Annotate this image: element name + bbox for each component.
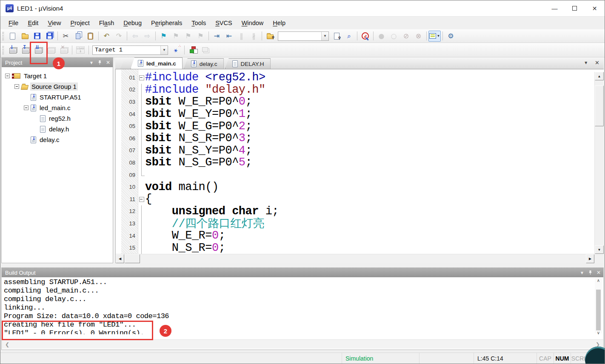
paste-button[interactable] [84, 31, 97, 42]
chevron-down-icon[interactable]: ▼ [160, 46, 168, 54]
scroll-down-button[interactable]: ▼ [595, 245, 604, 254]
menu-file[interactable]: File [4, 18, 23, 28]
previous-bookmark-button[interactable]: ⚑ [170, 31, 182, 42]
scroll-thumb[interactable] [125, 254, 140, 263]
tree-item-delay-h[interactable]: delay.h [2, 124, 113, 134]
output-vertical-scrollbar[interactable]: ∧ ∨ [595, 278, 602, 333]
chevron-down-icon[interactable]: ▼ [89, 60, 94, 65]
menu-edit[interactable]: Edit [23, 18, 43, 28]
toolbar-grip[interactable] [3, 32, 4, 40]
save-button[interactable] [31, 31, 43, 42]
code-line[interactable]: 02#include "delay.h" [121, 84, 594, 96]
scroll-down-button[interactable]: ∨ [597, 330, 600, 335]
fold-marker[interactable] [138, 193, 145, 205]
uncomment-selection-button[interactable]: ∦ [248, 31, 260, 42]
insert-remove-breakpoint-button[interactable]: ● [375, 31, 388, 42]
code-line[interactable]: 01#include <reg52.h> [121, 71, 594, 84]
code-area[interactable]: 01#include <reg52.h>02#include "delay.h"… [121, 71, 594, 254]
close-icon[interactable]: ✕ [106, 60, 110, 65]
open-file-button[interactable] [19, 31, 31, 42]
chevron-down-icon[interactable]: ▼ [321, 32, 328, 40]
stop-build-button[interactable] [57, 45, 70, 56]
search-combobox[interactable]: ▼ [278, 31, 329, 41]
scroll-right-button[interactable]: ▶ [586, 254, 594, 263]
translate-file-button[interactable] [6, 45, 19, 56]
chevron-down-icon[interactable]: ▼ [580, 270, 584, 275]
menu-tools[interactable]: Tools [187, 18, 211, 28]
expander-icon[interactable] [5, 74, 10, 78]
expander-icon[interactable] [14, 84, 19, 89]
scroll-left-button[interactable]: ❮ [5, 341, 9, 347]
tab-delay-h[interactable]: DELAY.H [225, 58, 271, 69]
tree-item-startup-a51[interactable]: STARTUP.A51 [2, 92, 113, 102]
tab-led-main-c[interactable]: led_main.c [131, 57, 183, 69]
start-stop-debug-button[interactable]: d [359, 31, 371, 42]
output-horizontal-scrollbar[interactable]: ❮ ❯ [2, 339, 603, 349]
close-document-icon[interactable]: ✕ [595, 60, 599, 66]
editor-horizontal-scrollbar[interactable]: ◀ ▶ [116, 254, 594, 263]
scroll-up-button[interactable]: ▲ [595, 72, 604, 80]
fold-marker[interactable] [138, 71, 145, 84]
tab-delay-c[interactable]: delay.c [184, 58, 224, 69]
manage-components-button[interactable] [186, 45, 199, 56]
toolbar-grip[interactable] [3, 46, 4, 54]
undo-button[interactable]: ↶ [100, 31, 113, 42]
navigate-forward-button[interactable]: ⇨ [141, 31, 154, 42]
next-bookmark-button[interactable]: ⚑ [182, 31, 194, 42]
target-select-combobox[interactable]: Target 1▼ [92, 46, 168, 55]
indent-button[interactable]: ⇥ [211, 31, 223, 42]
code-editor[interactable]: 01#include <reg52.h>02#include "delay.h"… [115, 69, 604, 263]
code-line[interactable]: 06sbit N_S_R=P0^3; [121, 132, 594, 145]
maximize-button[interactable] [565, 0, 585, 16]
configuration-button[interactable]: ⚙ [445, 31, 457, 42]
tab-list-dropdown-icon[interactable]: ▼ [584, 60, 588, 65]
save-all-button[interactable] [43, 31, 56, 42]
code-line[interactable]: 09 [121, 169, 594, 181]
find-button[interactable] [331, 31, 343, 42]
scroll-thumb[interactable] [596, 290, 601, 330]
code-line[interactable]: 08sbit N_S_G=P0^5; [121, 156, 594, 169]
disable-all-breakpoints-button[interactable]: ⊘ [400, 31, 412, 42]
file-extensions-button[interactable] [199, 45, 212, 56]
code-line[interactable]: 05sbit W_E_G=P0^2; [121, 120, 594, 132]
chevron-down-icon[interactable]: ▼ [437, 34, 440, 38]
navigate-back-button[interactable]: ⇦ [129, 31, 141, 42]
redo-button[interactable]: ↷ [113, 31, 125, 42]
menu-window[interactable]: Window [237, 18, 268, 28]
tree-item-reg52-h[interactable]: reg52.h [2, 113, 113, 124]
tree-item-led-main-c[interactable]: led_main.c [2, 102, 113, 113]
close-icon[interactable]: ✕ [596, 270, 601, 276]
scroll-left-button[interactable]: ◀ [116, 254, 124, 263]
comment-selection-button[interactable]: ∥ [235, 31, 248, 42]
unindent-button[interactable]: ⇤ [223, 31, 235, 42]
enable-disable-breakpoint-button[interactable]: ○ [388, 31, 400, 42]
pin-icon[interactable] [97, 60, 102, 65]
editor-vertical-scrollbar[interactable]: ▲ ▼ [594, 72, 604, 254]
code-line[interactable]: 11{ [121, 193, 594, 205]
minimize-button[interactable]: — [545, 0, 565, 16]
code-line[interactable]: 03sbit W_E_R=P0^0; [121, 96, 594, 108]
find-in-files-button[interactable] [264, 31, 276, 42]
code-line[interactable]: 14 W_E_R=0; [121, 230, 594, 242]
pin-icon[interactable] [588, 270, 593, 275]
scroll-thumb[interactable] [595, 85, 604, 126]
code-line[interactable]: 13 //四个路口红灯亮 [121, 217, 594, 230]
code-line[interactable]: 07sbit N_S_Y=P0^4; [121, 145, 594, 157]
current-project-window-button[interactable]: ▼ [428, 31, 441, 42]
code-line[interactable]: 10void main() [121, 181, 594, 193]
menu-peripherals[interactable]: Peripherals [146, 18, 187, 28]
tree-item-delay-c[interactable]: delay.c [2, 134, 113, 145]
scroll-up-button[interactable]: ∧ [597, 278, 600, 283]
code-line[interactable]: 15 N_S_R=0; [121, 242, 594, 254]
tree-item-source-group-1[interactable]: Source Group 1 [2, 81, 113, 92]
menu-help[interactable]: Help [268, 18, 290, 28]
tree-item-target-1[interactable]: Target 1 [2, 71, 113, 81]
clear-all-bookmarks-button[interactable]: ⚑ [194, 31, 207, 42]
expander-icon[interactable] [24, 105, 29, 110]
kill-all-breakpoints-button[interactable]: ⊗ [412, 31, 425, 42]
close-button[interactable]: ✕ [585, 0, 605, 16]
code-line[interactable]: 04sbit W_E_Y=P0^1; [121, 108, 594, 120]
menu-debug[interactable]: Debug [119, 18, 146, 28]
incremental-find-button[interactable]: ⌕ [343, 31, 355, 42]
menu-flash[interactable]: Flash [94, 18, 119, 28]
